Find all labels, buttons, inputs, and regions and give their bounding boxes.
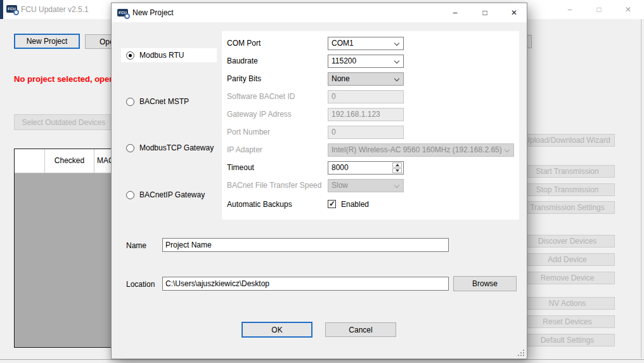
radio-label: ModbusTCP Gateway <box>139 143 214 152</box>
app-icon: FCU <box>6 5 17 13</box>
chevron-down-icon <box>394 58 399 63</box>
name-input[interactable] <box>162 238 449 252</box>
parity-bits-label: Parity Bits <box>227 72 338 86</box>
main-window-title: FCU Updater v2.5.1 <box>21 5 89 14</box>
port-number-label: Port Number <box>227 126 338 139</box>
transfer-speed-select: Slow <box>328 179 404 192</box>
timeout-value: 8000 <box>332 163 349 172</box>
location-input[interactable] <box>162 277 449 291</box>
reset-devices-button[interactable]: Reset Devices <box>520 315 615 328</box>
remove-device-button[interactable]: Remove Device <box>520 272 615 284</box>
transfer-speed-label: BACnet File Transfer Speed <box>227 179 338 192</box>
cancel-button[interactable]: Cancel <box>325 322 396 337</box>
dialog-close-icon[interactable]: ✕ <box>505 3 524 22</box>
screen: FCU FCU Updater v2.5.1 – □ ✕ New Project… <box>0 0 644 363</box>
spin-up-icon[interactable] <box>392 162 402 168</box>
port-number-field: 0 <box>328 126 404 139</box>
maximize-icon[interactable]: □ <box>589 0 609 19</box>
baudrate-value: 115200 <box>332 56 356 65</box>
radio-label: BACnet MSTP <box>139 97 189 106</box>
ok-button[interactable]: OK <box>242 322 312 338</box>
radio-unselected-icon <box>126 191 134 199</box>
dialog-maximize-icon[interactable]: □ <box>475 3 494 22</box>
dialog-minimize-icon[interactable]: – <box>446 3 465 22</box>
dialog-app-icon: FCU <box>117 9 128 16</box>
software-bacnet-id-label: Software BACnet ID <box>227 90 338 103</box>
stop-transmission-button[interactable]: Stop Transmission <box>520 183 615 196</box>
resize-grip[interactable] <box>517 349 525 357</box>
gateway-ip-label: Gateway IP Adress <box>227 108 338 121</box>
transfer-speed-value: Slow <box>332 181 348 190</box>
radio-modbustcp-gateway[interactable]: ModbusTCP Gateway <box>126 143 214 153</box>
chevron-down-icon <box>394 76 399 81</box>
gateway-ip-field: 192.168.1.123 <box>328 108 404 121</box>
radio-bacnet-mstp[interactable]: BACnet MSTP <box>126 96 189 107</box>
spin-down-icon[interactable] <box>392 168 402 173</box>
minimize-icon[interactable]: – <box>560 0 579 19</box>
discover-devices-button[interactable]: Discover Devices <box>520 235 615 248</box>
com-port-value: COM1 <box>332 39 354 48</box>
column-checked: Checked <box>45 149 94 173</box>
chevron-down-icon <box>394 183 399 188</box>
select-outdated-devices-button[interactable]: Select Outdated Devices <box>14 114 113 130</box>
dialog-title: New Project <box>132 8 174 17</box>
timeout-stepper[interactable]: 8000 <box>328 161 404 175</box>
nv-actions-button[interactable]: NV Actions <box>520 297 615 310</box>
partial-button-fragment <box>527 35 532 48</box>
close-icon[interactable]: ✕ <box>619 0 638 19</box>
com-port-label: COM Port <box>227 37 338 50</box>
name-label: Name <box>126 241 146 250</box>
chevron-down-icon <box>505 147 510 152</box>
parity-bits-select[interactable]: None <box>328 72 404 86</box>
automatic-backups-label: Automatic Backups <box>227 198 338 211</box>
add-device-button[interactable]: Add Device <box>520 253 615 266</box>
window-right-border <box>641 19 641 358</box>
radio-modbus-rtu[interactable]: Modbus RTU <box>126 50 184 60</box>
default-settings-button[interactable]: Default Settings <box>520 334 615 346</box>
baudrate-select[interactable]: 115200 <box>328 55 404 68</box>
radio-unselected-icon <box>126 98 134 106</box>
software-bacnet-id-field: 0 <box>328 90 404 103</box>
dialog-titlebar[interactable]: FCU New Project – □ ✕ <box>112 3 527 22</box>
no-project-warning: No project selected, open <box>14 74 114 84</box>
radio-bacnetip-gateway[interactable]: BACnetIP Gateway <box>126 190 205 200</box>
window-bottom-border <box>0 359 644 360</box>
backups-checkbox[interactable] <box>328 200 336 208</box>
upload-download-wizard-button[interactable]: Upload/Download Wizard <box>520 134 615 147</box>
radio-unselected-icon <box>126 144 134 152</box>
ip-adapter-select: Intel(R) Wireless-AC 9560 160MHz (192.16… <box>328 143 514 157</box>
transmission-settings-button[interactable]: Transmission Settings <box>520 201 615 214</box>
ip-adapter-label: IP Adapter <box>227 143 338 157</box>
new-project-dialog: FCU New Project – □ ✕ Modbus RTU BACnet … <box>111 3 527 359</box>
browse-button[interactable]: Browse <box>453 276 517 291</box>
backups-checkbox-label: Enabled <box>341 200 369 209</box>
ip-adapter-value: Intel(R) Wireless-AC 9560 160MHz (192.16… <box>332 145 502 154</box>
com-port-select[interactable]: COM1 <box>328 37 404 50</box>
location-label: Location <box>126 280 155 289</box>
chevron-down-icon <box>394 41 399 46</box>
window-edge-decoration <box>0 0 3 19</box>
new-project-button[interactable]: New Project <box>14 34 80 49</box>
radio-label: BACnetIP Gateway <box>139 190 205 199</box>
radio-label: Modbus RTU <box>139 51 184 60</box>
column-row-selector <box>15 149 45 173</box>
radio-selected-icon <box>126 51 134 60</box>
parity-bits-value: None <box>332 74 350 83</box>
baudrate-label: Baudrate <box>227 55 338 68</box>
start-transmission-button[interactable]: Start Transmission <box>520 165 615 178</box>
timeout-label: Timeout <box>227 161 338 175</box>
